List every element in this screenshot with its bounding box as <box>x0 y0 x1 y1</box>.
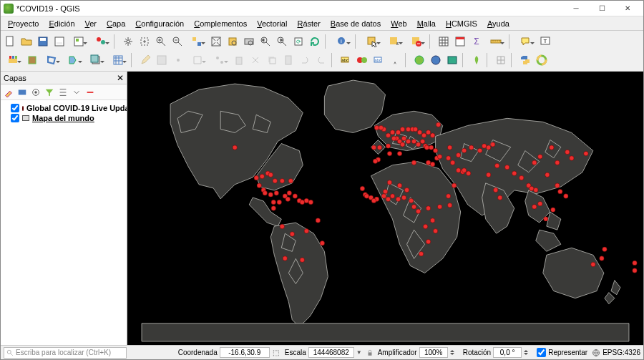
layer-item[interactable]: Mapa del mundo <box>1 113 127 123</box>
vertex-tool-button[interactable] <box>209 52 230 68</box>
covid-point[interactable] <box>532 160 537 165</box>
covid-point[interactable] <box>446 194 450 198</box>
highlight-labels-button[interactable]: abc <box>371 52 386 68</box>
maximize-button[interactable]: ☐ <box>589 1 615 16</box>
covid-point[interactable] <box>274 191 278 195</box>
covid-point[interactable] <box>419 251 423 256</box>
covid-point[interactable] <box>446 156 450 160</box>
hcmgis-geocode-button[interactable] <box>428 52 444 68</box>
identify-button[interactable]: i <box>331 34 353 49</box>
covid-point[interactable] <box>406 127 410 131</box>
covid-point[interactable] <box>391 136 396 140</box>
select-by-value-button[interactable]: ε <box>384 34 405 49</box>
render-toggle[interactable]: Representar <box>537 348 587 357</box>
locator-search[interactable]: Escriba para localizar (Ctrl+K) <box>4 347 127 359</box>
menu-vectorial[interactable]: Vectorial <box>253 18 291 29</box>
covid-point[interactable] <box>277 200 281 204</box>
layer-checkbox[interactable] <box>11 114 19 122</box>
covid-point[interactable] <box>430 133 434 137</box>
covid-point[interactable] <box>411 205 416 209</box>
remove-layer-button[interactable] <box>84 86 97 99</box>
save-edits-button[interactable] <box>154 52 170 68</box>
covid-point[interactable] <box>386 197 390 201</box>
add-feature-button[interactable] <box>170 52 186 68</box>
covid-point[interactable] <box>304 198 308 203</box>
covid-point[interactable] <box>447 145 452 150</box>
grid-button[interactable] <box>493 52 509 68</box>
pan-button[interactable] <box>120 34 136 49</box>
covid-point[interactable] <box>286 197 290 201</box>
covid-point[interactable] <box>486 172 490 177</box>
covid-point[interactable] <box>633 268 637 273</box>
covid-point[interactable] <box>271 200 275 204</box>
covid-point[interactable] <box>482 144 486 148</box>
collapse-all-button[interactable] <box>70 86 83 99</box>
covid-point[interactable] <box>300 200 304 204</box>
covid-point[interactable] <box>426 130 430 135</box>
statistical-summary-button[interactable]: Σ <box>469 34 484 49</box>
covid-point[interactable] <box>456 168 460 172</box>
covid-point[interactable] <box>452 183 456 188</box>
field-calculator-button[interactable] <box>452 34 468 49</box>
covid-point[interactable] <box>360 186 364 190</box>
covid-point[interactable] <box>564 194 568 198</box>
covid-point[interactable] <box>287 191 291 195</box>
covid-point[interactable] <box>450 160 454 165</box>
new-geopackage-button[interactable] <box>24 52 40 68</box>
menu-proyecto[interactable]: Proyecto <box>4 18 43 29</box>
covid-point[interactable] <box>401 136 406 140</box>
covid-point[interactable] <box>293 194 297 198</box>
covid-point[interactable] <box>280 179 284 183</box>
extents-icon[interactable]: ⬚ <box>272 349 280 357</box>
toggle-editing-button[interactable] <box>137 52 153 68</box>
covid-point[interactable] <box>383 189 387 193</box>
covid-point[interactable] <box>386 133 390 137</box>
covid-point[interactable] <box>316 218 320 223</box>
covid-point[interactable] <box>308 200 313 204</box>
covid-point[interactable] <box>437 205 441 209</box>
covid-point[interactable] <box>555 183 560 188</box>
covid-point[interactable] <box>396 130 400 135</box>
copy-features-button[interactable] <box>264 52 280 68</box>
zoom-out-button[interactable] <box>170 34 185 49</box>
zoom-in-button[interactable] <box>153 34 169 49</box>
covid-point[interactable] <box>397 183 401 188</box>
covid-point[interactable] <box>273 179 277 183</box>
magnifier-input[interactable] <box>419 347 448 358</box>
covid-point[interactable] <box>430 162 434 166</box>
covid-point[interactable] <box>430 218 434 223</box>
covid-point[interactable] <box>538 155 542 159</box>
covid-point[interactable] <box>411 160 416 165</box>
covid-point[interactable] <box>555 160 560 165</box>
covid-point[interactable] <box>538 201 542 205</box>
layout-manager-button[interactable] <box>68 34 89 49</box>
move-feature-button[interactable] <box>187 52 208 68</box>
menu-ayuda[interactable]: Ayuda <box>483 18 514 29</box>
new-virtual-layer-button[interactable] <box>85 52 107 68</box>
add-group-button[interactable] <box>16 86 29 99</box>
zoom-last-button[interactable] <box>258 34 273 49</box>
undo-button[interactable] <box>297 52 313 68</box>
covid-point[interactable] <box>377 145 381 150</box>
covid-point[interactable] <box>565 150 570 154</box>
pin-labels-button[interactable] <box>387 52 403 68</box>
covid-point[interactable] <box>469 145 473 150</box>
new-project-button[interactable] <box>2 34 18 49</box>
covid-point[interactable] <box>421 133 426 137</box>
covid-point[interactable] <box>424 145 429 150</box>
render-checkbox[interactable] <box>537 348 546 357</box>
plugin1-button[interactable] <box>469 52 484 68</box>
scale-input[interactable] <box>308 347 354 358</box>
refresh-button[interactable] <box>307 34 323 49</box>
diagram-tool-button[interactable] <box>354 52 370 68</box>
new-map-view-button[interactable]: ⟳ <box>291 34 306 49</box>
covid-point[interactable] <box>551 208 555 212</box>
save-project-button[interactable] <box>35 34 51 49</box>
covid-point[interactable] <box>413 127 417 131</box>
python-console-button[interactable] <box>517 52 533 68</box>
covid-point[interactable] <box>498 195 502 200</box>
covid-point[interactable] <box>495 163 499 167</box>
measure-button[interactable] <box>485 34 507 49</box>
covid-point[interactable] <box>416 142 420 147</box>
covid-point[interactable] <box>486 145 490 150</box>
